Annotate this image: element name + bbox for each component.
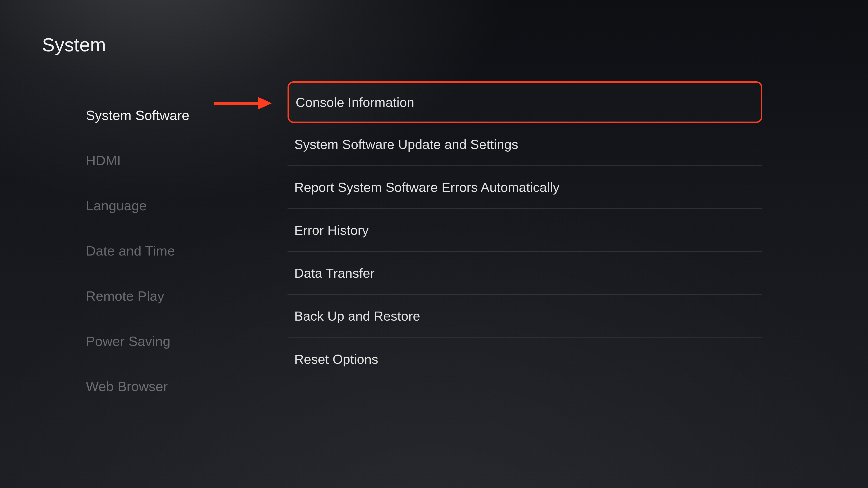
sidebar: System Software HDMI Language Date and T… — [86, 93, 258, 409]
sidebar-item-label: Web Browser — [86, 379, 168, 394]
content-item-reset-options[interactable]: Reset Options — [287, 337, 762, 381]
content-item-label: Error History — [294, 223, 369, 238]
content-item-error-history[interactable]: Error History — [287, 209, 762, 252]
sidebar-item-label: Date and Time — [86, 243, 175, 259]
content-panel: Console Information System Software Upda… — [287, 81, 762, 381]
content-item-system-software-update-and-settings[interactable]: System Software Update and Settings — [287, 123, 762, 166]
content-item-data-transfer[interactable]: Data Transfer — [287, 252, 762, 295]
content-item-back-up-and-restore[interactable]: Back Up and Restore — [287, 295, 762, 337]
sidebar-item-label: Language — [86, 198, 147, 214]
content-item-label: Console Information — [296, 95, 414, 110]
content-item-report-system-software-errors-automatically[interactable]: Report System Software Errors Automatica… — [287, 166, 762, 209]
page-title: System — [42, 34, 106, 56]
sidebar-item-web-browser[interactable]: Web Browser — [86, 364, 258, 409]
sidebar-item-label: Power Saving — [86, 333, 170, 349]
annotation-arrow-head-icon — [258, 97, 272, 109]
sidebar-item-hdmi[interactable]: HDMI — [86, 138, 258, 183]
content-item-console-information[interactable]: Console Information — [287, 81, 762, 123]
system-settings-screen: System System Software HDMI Language Dat… — [0, 0, 868, 488]
content-item-label: System Software Update and Settings — [294, 137, 518, 152]
sidebar-item-remote-play[interactable]: Remote Play — [86, 273, 258, 319]
content-item-label: Data Transfer — [294, 265, 375, 281]
sidebar-item-label: System Software — [86, 107, 189, 123]
sidebar-item-system-software[interactable]: System Software — [86, 93, 258, 138]
sidebar-item-power-saving[interactable]: Power Saving — [86, 319, 258, 364]
sidebar-item-date-and-time[interactable]: Date and Time — [86, 228, 258, 273]
content-item-label: Back Up and Restore — [294, 308, 420, 324]
content-item-label: Report System Software Errors Automatica… — [294, 180, 559, 195]
sidebar-item-label: Remote Play — [86, 288, 164, 304]
content-item-label: Reset Options — [294, 352, 378, 367]
sidebar-item-language[interactable]: Language — [86, 183, 258, 228]
sidebar-item-label: HDMI — [86, 153, 121, 168]
